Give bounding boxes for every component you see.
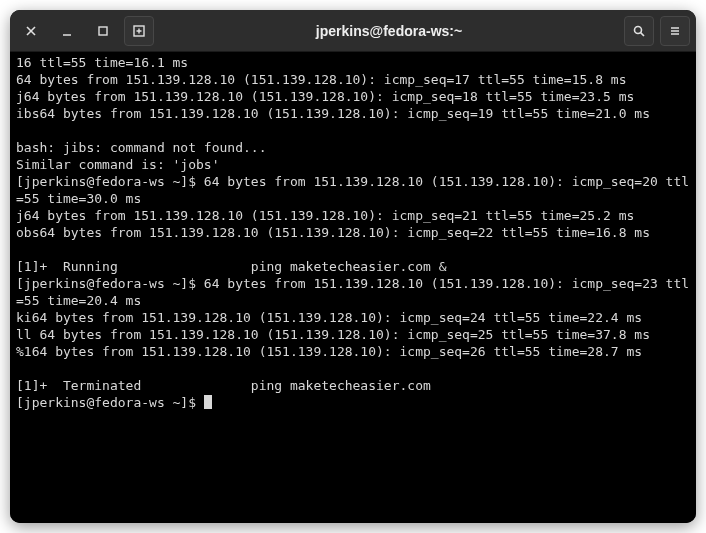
minimize-button[interactable] xyxy=(52,16,82,46)
svg-point-7 xyxy=(635,26,642,33)
maximize-button[interactable] xyxy=(88,16,118,46)
new-tab-button[interactable] xyxy=(124,16,154,46)
close-button[interactable] xyxy=(16,16,46,46)
cursor xyxy=(204,395,212,409)
svg-rect-3 xyxy=(99,27,107,35)
terminal-window: jperkins@fedora-ws:~ 16 ttl=55 time=16.1… xyxy=(10,10,696,523)
search-button[interactable] xyxy=(624,16,654,46)
titlebar: jperkins@fedora-ws:~ xyxy=(10,10,696,52)
terminal-output[interactable]: 16 ttl=55 time=16.1 ms 64 bytes from 151… xyxy=(10,52,696,523)
hamburger-menu-button[interactable] xyxy=(660,16,690,46)
window-title: jperkins@fedora-ws:~ xyxy=(160,23,618,39)
prompt: [jperkins@fedora-ws ~]$ xyxy=(16,395,204,410)
terminal-lines: 16 ttl=55 time=16.1 ms 64 bytes from 151… xyxy=(16,55,689,393)
svg-line-8 xyxy=(641,32,644,35)
